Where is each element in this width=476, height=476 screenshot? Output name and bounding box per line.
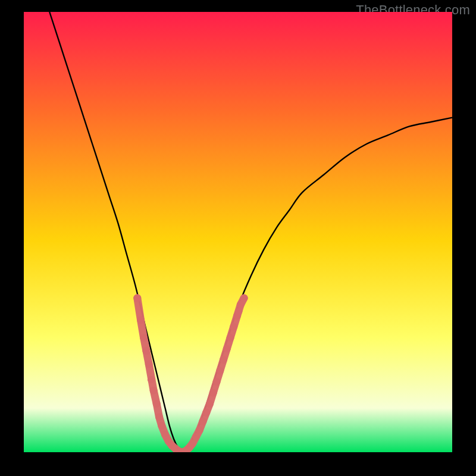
svg-point-33	[240, 295, 248, 302]
plot-area	[24, 12, 452, 452]
chart-stage: TheBottleneck.com	[0, 0, 476, 476]
svg-point-34	[148, 376, 155, 383]
svg-point-32	[133, 295, 141, 302]
chart-svg	[24, 12, 452, 452]
gradient-background	[24, 12, 452, 452]
svg-point-35	[235, 308, 242, 315]
